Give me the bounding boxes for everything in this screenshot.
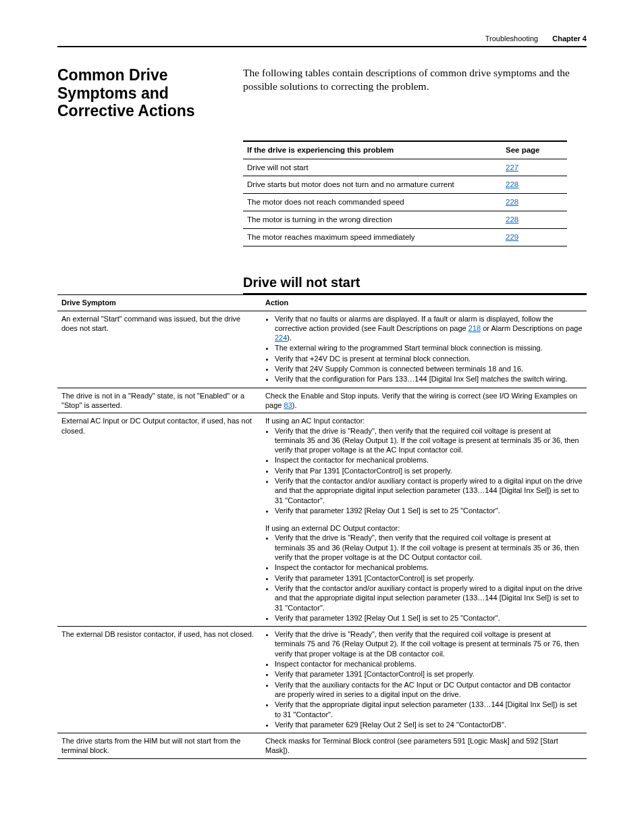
- table-row: Drive will not start 227: [243, 159, 567, 176]
- action-item: Verify that parameter 629 [Relay Out 2 S…: [275, 720, 583, 729]
- nav-problem: Drive will not start: [243, 159, 502, 176]
- action-item: Verify that parameter 1392 [Relay Out 1 …: [275, 506, 583, 515]
- action-item: Verify that Par 1391 [ContactorControl] …: [275, 466, 583, 475]
- symptom-action-table: Drive Symptom Action An external "Start"…: [57, 294, 587, 758]
- action-cell: If using an AC Input contactor: Verify t…: [261, 413, 587, 627]
- table-row: The drive is not in a "Ready" state, is …: [57, 388, 587, 413]
- table-row: Drive starts but motor does not turn and…: [243, 176, 567, 194]
- nav-page-link[interactable]: 228: [506, 180, 518, 188]
- action-cell: Verify that the drive is "Ready", then v…: [261, 627, 587, 733]
- action-item: Verify that no faults or alarms are disp…: [275, 314, 583, 343]
- section-title: Common Drive Symptoms and Corrective Act…: [57, 66, 223, 120]
- nav-problem: Drive starts but motor does not turn and…: [243, 176, 502, 194]
- nav-page-link[interactable]: 227: [506, 163, 518, 172]
- table-row: The motor does not reach commanded speed…: [243, 194, 567, 211]
- action-block-title: If using an external DC Output contactor…: [265, 523, 583, 533]
- action-item: Inspect the contactor for mechanical pro…: [275, 455, 583, 465]
- action-item: Inspect the contactor for mechanical pro…: [275, 563, 583, 572]
- action-item: Verify that parameter 1391 [ContactorCon…: [275, 669, 583, 679]
- page-link[interactable]: 224: [275, 334, 287, 342]
- action-item: Verify that the contactor and/or auxilia…: [275, 583, 583, 613]
- action-cell: Check masks for Terminal Block control (…: [261, 733, 587, 759]
- action-item: Verify that +24V DC is present at termin…: [275, 354, 583, 363]
- action-item: Verify that the drive is "Ready", then v…: [275, 426, 583, 455]
- page-link[interactable]: 218: [468, 324, 481, 332]
- page-link[interactable]: 83: [284, 401, 292, 409]
- action-cell: Verify that no faults or alarms are disp…: [261, 311, 587, 388]
- detail-header-action: Action: [261, 295, 587, 311]
- table-row: External AC Input or DC Output contactor…: [57, 413, 587, 627]
- nav-page-link[interactable]: 228: [506, 215, 518, 224]
- nav-problem: The motor reaches maximum speed immediat…: [243, 229, 502, 246]
- symptom-cell: An external "Start" command was issued, …: [57, 311, 261, 388]
- action-item: Verify that the contactor and/or auxilia…: [275, 476, 583, 505]
- table-row: The drive starts from the HIM but will n…: [57, 733, 587, 759]
- table-row: The external DB resistor contactor, if u…: [57, 627, 587, 733]
- action-item: Verify that the appropriate digital inpu…: [275, 700, 583, 719]
- intro-text: The following tables contain description…: [243, 66, 587, 93]
- nav-problem: The motor does not reach commanded speed: [243, 194, 502, 211]
- action-item: The external wiring to the programmed St…: [275, 343, 583, 353]
- nav-problem: The motor is turning in the wrong direct…: [243, 211, 502, 229]
- action-item: Verify that the auxiliary contacts for t…: [275, 680, 583, 700]
- table-row: The motor is turning in the wrong direct…: [243, 211, 567, 229]
- action-item: Inspect contactor for mechanical problem…: [275, 659, 583, 669]
- symptom-cell: External AC Input or DC Output contactor…: [57, 413, 261, 627]
- symptom-cell: The drive starts from the HIM but will n…: [57, 733, 261, 759]
- action-cell: Check the Enable and Stop inputs. Verify…: [261, 388, 587, 413]
- action-item: Verify that the configuration for Pars 1…: [275, 374, 583, 384]
- title-intro-row: Common Drive Symptoms and Corrective Act…: [57, 66, 587, 120]
- action-item: Verify that the drive is "Ready", then v…: [275, 629, 583, 658]
- page-header: Troubleshooting Chapter 4: [57, 34, 587, 47]
- action-item: Verify that parameter 1392 [Relay Out 1 …: [275, 613, 583, 623]
- detail-header-symptom: Drive Symptom: [57, 295, 261, 311]
- nav-page-link[interactable]: 228: [506, 198, 518, 206]
- header-section: Troubleshooting: [485, 34, 538, 43]
- action-item: Verify that parameter 1391 [ContactorCon…: [275, 573, 583, 583]
- nav-page-link[interactable]: 229: [506, 233, 518, 241]
- header-chapter: Chapter 4: [552, 34, 587, 43]
- action-block-title: If using an AC Input contactor:: [265, 416, 583, 425]
- symptom-cell: The drive is not in a "Ready" state, is …: [57, 388, 261, 413]
- nav-header-problem: If the drive is experiencing this proble…: [243, 141, 502, 159]
- symptom-cell: The external DB resistor contactor, if u…: [57, 627, 261, 733]
- action-item: Verify that 24V Supply Common is connect…: [275, 364, 583, 373]
- sub-section-title: Drive will not start: [243, 273, 587, 294]
- table-row: The motor reaches maximum speed immediat…: [243, 229, 567, 246]
- problem-index-table: If the drive is experiencing this proble…: [243, 140, 567, 247]
- table-row: An external "Start" command was issued, …: [57, 311, 587, 388]
- nav-header-page: See page: [502, 141, 567, 159]
- action-item: Verify that the drive is "Ready", then v…: [275, 533, 583, 562]
